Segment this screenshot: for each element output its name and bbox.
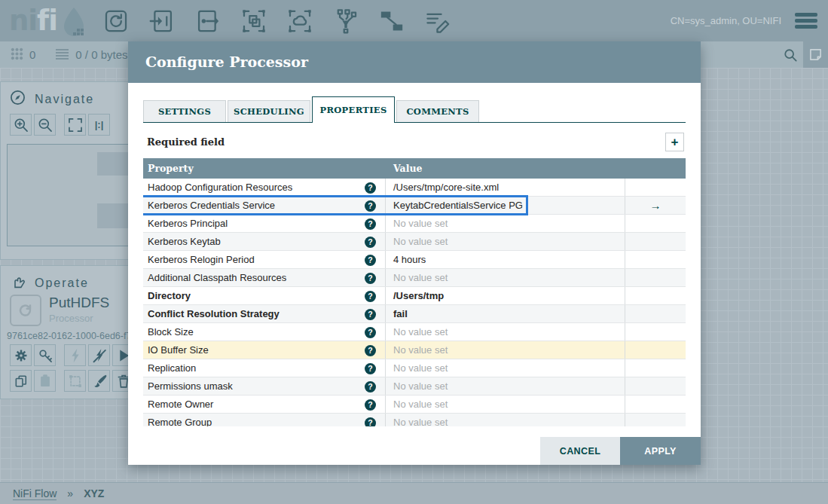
property-value-cell[interactable]: No value set: [386, 215, 625, 232]
global-menu-icon[interactable]: [795, 13, 817, 29]
help-icon[interactable]: ?: [365, 309, 376, 320]
bulletin-icon[interactable]: [803, 41, 828, 68]
help-icon[interactable]: ?: [365, 327, 376, 338]
property-row[interactable]: Permissions umask ? No value set: [143, 377, 686, 396]
template-icon[interactable]: [379, 8, 405, 34]
property-value-cell[interactable]: No value set: [386, 341, 625, 359]
hand-icon: [10, 273, 26, 292]
property-name: Remote Group: [148, 417, 212, 426]
help-icon[interactable]: ?: [365, 399, 376, 411]
cancel-button[interactable]: CANCEL: [540, 437, 620, 465]
property-value-cell[interactable]: No value set: [386, 359, 625, 377]
disable-button[interactable]: [88, 344, 110, 366]
breadcrumb-root-link[interactable]: NiFi Flow: [13, 487, 57, 500]
property-row[interactable]: Block Size ? No value set: [143, 323, 686, 341]
property-action-cell: [625, 396, 686, 413]
property-name-cell: Block Size ?: [143, 323, 386, 341]
dialog-tab[interactable]: SCHEDULING: [228, 100, 310, 123]
help-icon[interactable]: ?: [365, 237, 376, 248]
property-row[interactable]: IO Buffer Size ? No value set: [143, 341, 686, 359]
access-policies-button[interactable]: [34, 344, 56, 366]
property-name-cell: Kerberos Keytab ?: [143, 233, 386, 250]
help-icon[interactable]: ?: [365, 218, 376, 230]
value-column-header: Value: [386, 163, 625, 174]
output-port-icon[interactable]: [195, 8, 221, 34]
breadcrumb: NiFi Flow » XYZ: [0, 482, 828, 504]
configure-button[interactable]: [10, 344, 32, 366]
required-field-label: Required field: [147, 133, 225, 151]
help-icon[interactable]: ?: [365, 273, 376, 284]
property-value: /Users/tmp: [393, 290, 444, 301]
property-value-cell[interactable]: /Users/tmp: [386, 287, 625, 304]
go-to-service-arrow-icon[interactable]: →: [650, 199, 661, 212]
property-row[interactable]: Remote Owner ? No value set: [143, 396, 686, 414]
help-icon[interactable]: ?: [365, 363, 376, 374]
remote-process-group-icon[interactable]: [287, 8, 313, 34]
dialog-tab[interactable]: COMMENTS: [396, 100, 479, 123]
property-row[interactable]: Kerberos Credentials Service ? KeytabCre…: [143, 197, 686, 215]
property-value-cell[interactable]: fail: [386, 305, 625, 322]
dialog-tab[interactable]: SETTINGS: [143, 100, 226, 123]
property-value-cell[interactable]: No value set: [386, 414, 625, 426]
property-value: No value set: [393, 236, 448, 247]
property-value: No value set: [393, 344, 448, 356]
funnel-icon[interactable]: [333, 8, 359, 34]
search-icon[interactable]: [778, 41, 803, 68]
zoom-out-button[interactable]: [34, 114, 56, 136]
zoom-in-button[interactable]: [10, 114, 32, 136]
help-icon[interactable]: ?: [365, 182, 376, 194]
help-icon[interactable]: ?: [365, 291, 376, 302]
apply-button[interactable]: APPLY: [620, 437, 701, 465]
property-action-cell: [625, 305, 686, 322]
help-icon[interactable]: ?: [365, 255, 376, 266]
property-name: Permissions umask: [148, 380, 233, 392]
add-property-button[interactable]: +: [665, 133, 684, 151]
property-value-cell[interactable]: No value set: [386, 396, 625, 413]
dialog-title: Configure Processor: [128, 41, 701, 83]
app-header: nifi CN=sys_admin, OU=NIFI: [0, 0, 828, 41]
zoom-fit-button[interactable]: [64, 114, 86, 136]
input-port-icon[interactable]: [149, 8, 175, 34]
enable-button[interactable]: [64, 344, 86, 366]
property-value-cell[interactable]: No value set: [386, 323, 625, 341]
process-group-icon[interactable]: [241, 8, 267, 34]
property-action-cell: [625, 323, 686, 341]
property-name-cell: Hadoop Configuration Resources ?: [143, 179, 386, 196]
property-row[interactable]: Additional Classpath Resources ? No valu…: [143, 269, 686, 287]
property-value: KeytabCredentialsService PG: [393, 200, 523, 211]
change-color-button[interactable]: [88, 370, 110, 392]
help-icon[interactable]: ?: [365, 345, 376, 356]
property-name: Replication: [148, 362, 196, 374]
label-icon[interactable]: [425, 8, 451, 34]
property-name-cell: Additional Classpath Resources ?: [143, 269, 386, 286]
property-value-cell[interactable]: No value set: [386, 233, 625, 250]
nifi-app: nifi CN=sys_admin, OU=NIFI: [0, 0, 828, 504]
property-value-cell[interactable]: No value set: [386, 269, 625, 286]
active-thread-count: 0: [29, 48, 35, 61]
copy-button[interactable]: [10, 370, 32, 392]
property-row[interactable]: Kerberos Keytab ? No value set: [143, 233, 686, 251]
properties-table-header: Property Value: [143, 158, 686, 179]
group-button[interactable]: [64, 370, 86, 392]
property-value-cell[interactable]: KeytabCredentialsService PG: [386, 197, 625, 214]
property-row[interactable]: Directory ? /Users/tmp: [143, 287, 686, 305]
help-icon[interactable]: ?: [365, 200, 376, 212]
property-row[interactable]: Replication ? No value set: [143, 359, 686, 377]
property-row[interactable]: Conflict Resolution Strategy ? fail: [143, 305, 686, 323]
property-value-cell[interactable]: 4 hours: [386, 251, 625, 268]
property-name: Kerberos Credentials Service: [148, 200, 275, 211]
help-icon[interactable]: ?: [365, 417, 376, 427]
property-value-cell[interactable]: No value set: [386, 377, 625, 395]
property-row[interactable]: Kerberos Principal ? No value set: [143, 215, 686, 233]
property-row[interactable]: Remote Group ? No value set: [143, 414, 686, 426]
property-value-cell[interactable]: /Users/tmp/core-site.xml: [386, 179, 625, 196]
help-icon[interactable]: ?: [365, 381, 376, 393]
zoom-actual-size-button[interactable]: |:|: [88, 114, 110, 136]
processor-icon[interactable]: [103, 8, 129, 34]
property-name: Hadoop Configuration Resources: [148, 182, 292, 193]
dialog-tab[interactable]: PROPERTIES: [312, 96, 395, 123]
property-row[interactable]: Kerberos Relogin Period ? 4 hours: [143, 251, 686, 269]
paste-button[interactable]: [34, 370, 56, 392]
property-action-cell: [625, 215, 686, 232]
property-row[interactable]: Hadoop Configuration Resources ? /Users/…: [143, 179, 686, 197]
